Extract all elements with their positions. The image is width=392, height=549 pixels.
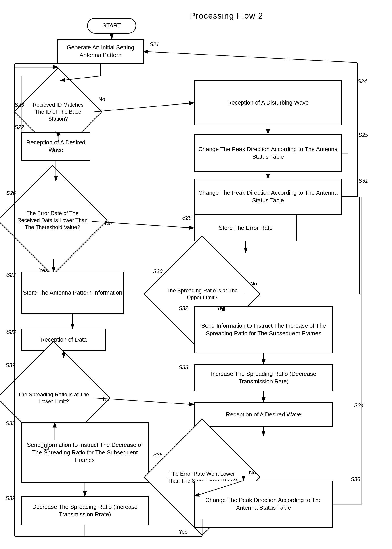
s39-label: S39 (6, 495, 15, 501)
s24-label: S24 (357, 78, 367, 85)
s30-no-label: No (250, 280, 257, 287)
s28-node: Reception of Data (21, 328, 106, 351)
svg-line-13 (143, 51, 357, 63)
s30-label: S30 (153, 268, 163, 274)
s22-label: S22 (14, 124, 24, 130)
s33-label: S33 (179, 364, 188, 371)
s30-yes-label: Yes (217, 305, 225, 311)
s39-node: Decrease The Spreading Ratio (Increase T… (21, 496, 148, 525)
s21-node: Generate An Initial Setting Antenna Patt… (57, 39, 144, 64)
s37-label: S37 (6, 362, 15, 368)
s26-diamond-container: The Error Rate of The Received Data is L… (14, 181, 94, 262)
s26-diamond: The Error Rate of The Received Data is L… (0, 165, 108, 276)
svg-line-6 (94, 103, 194, 112)
s32-node: Send Information to Instruct The Increas… (194, 306, 333, 353)
s36-node: Change The Peak Direction According to T… (194, 481, 333, 528)
s36-label: S36 (351, 476, 360, 482)
s34-node: Reception of A Desired Wave (194, 402, 333, 427)
s38-label: S38 (6, 420, 15, 427)
s23-label: S23 (14, 102, 24, 108)
s25-node: Change The Peak Direction According to T… (194, 134, 342, 172)
s25-label: S25 (358, 132, 368, 138)
diagram-container: Processing Flow 2 START S21 Generate An … (0, 0, 392, 549)
start-node: START (87, 18, 136, 34)
s35-yes-label: Yes (179, 529, 187, 535)
s38-node: Send Information to Instruct The Decreas… (21, 422, 148, 483)
s22-no-label: No (98, 96, 105, 102)
s31-node: Change The Peak Direction According to T… (194, 179, 342, 214)
s37-no-label: No (103, 396, 110, 402)
s22-yes-label: Yes (51, 148, 60, 154)
s31-label: S31 (358, 178, 368, 184)
s27-label: S27 (6, 271, 16, 278)
s29-label: S29 (182, 214, 192, 221)
s26-label: S26 (6, 190, 16, 196)
s32-label: S32 (179, 305, 188, 311)
s35-label: S35 (153, 451, 163, 458)
s37-yes-label: Yes (40, 445, 49, 451)
s21-label: S21 (150, 41, 159, 48)
s24-node: Reception of A Disturbing Wave (194, 80, 342, 125)
s26-yes-label: Yes (39, 267, 48, 273)
s33-node: Increase The Spreading Ratio (Decrease T… (194, 364, 333, 391)
s26-no-label: No (105, 220, 112, 227)
s27-node: Store The Antenna Pattern Information (21, 271, 124, 314)
s34-label: S34 (354, 402, 364, 409)
s35-no-label: No (249, 470, 256, 476)
page-title: Processing Flow 2 (190, 11, 263, 21)
s28-label: S28 (6, 328, 16, 335)
s22-desired-node: Reception of A Desired Wave (21, 132, 91, 161)
s29-node: Store The Error Rate (194, 214, 297, 242)
